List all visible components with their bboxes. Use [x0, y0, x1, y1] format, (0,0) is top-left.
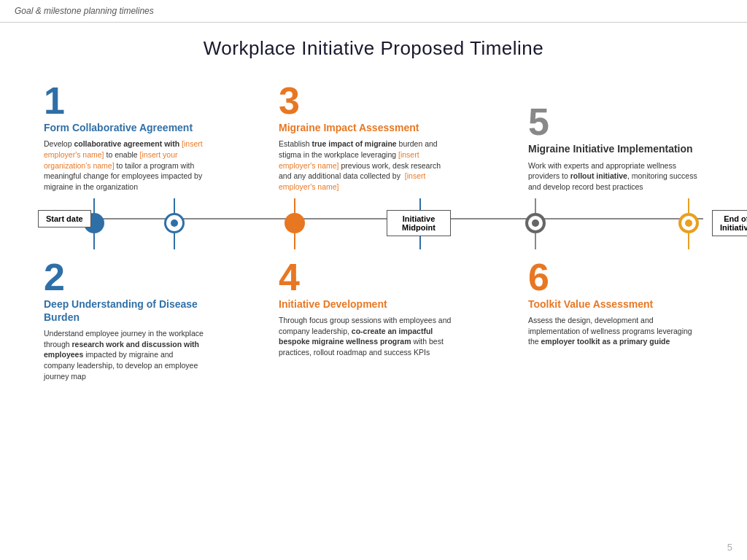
item-6-desc: Assess the design, development and imple…	[528, 315, 703, 347]
midpoint-box: Initiative Midpoint	[387, 210, 451, 236]
timeline-item-5: 5 Migraine Initiative Implementation Wor…	[528, 103, 703, 192]
page-number: 5	[727, 542, 732, 553]
end-of-initiative-box: End of Initiative	[712, 210, 747, 236]
item-1-title: Form Collaborative Agreement	[44, 121, 204, 134]
top-row: 1 Form Collaborative Agreement Develop c…	[29, 82, 718, 192]
item-5-number: 5	[528, 103, 703, 141]
item-1-number: 1	[44, 82, 204, 120]
timeline-container: 1 Form Collaborative Agreement Develop c…	[29, 82, 718, 381]
item-5-title: Migraine Initiative Implementation	[528, 142, 703, 155]
item-1-desc: Develop collaborative agreement with [in…	[44, 139, 204, 192]
timeline-axis: Start date	[44, 192, 703, 258]
item-2-title: Deep Understanding of Disease Burden	[44, 298, 204, 324]
timeline-item-4: 4 Initiative Development Through focus g…	[279, 258, 454, 358]
item-4-number: 4	[279, 258, 454, 296]
timeline-item-6: 6 Toolkit Value Assessment Assess the de…	[528, 258, 703, 347]
item-2-number: 2	[44, 258, 204, 296]
main-content: Workplace Initiative Proposed Timeline 1…	[0, 23, 747, 389]
axis-line	[44, 218, 703, 219]
timeline-item-2: 2 Deep Understanding of Disease Burden U…	[44, 258, 204, 382]
item-4-title: Initiative Development	[279, 298, 454, 311]
page-title: Workplace Initiative Proposed Timeline	[29, 37, 718, 60]
timeline-item-3: 3 Migraine Impact Assessment Establish t…	[279, 82, 454, 192]
item-3-desc: Establish true impact of migraine burden…	[279, 139, 454, 192]
node-6	[678, 198, 699, 249]
item-6-number: 6	[528, 258, 703, 296]
header-bar: Goal & milestone planning timelines	[0, 0, 747, 23]
header-subtitle: Goal & milestone planning timelines	[15, 6, 154, 16]
item-3-number: 3	[279, 82, 454, 120]
item-6-title: Toolkit Value Assessment	[528, 298, 703, 311]
item-3-title: Migraine Impact Assessment	[279, 121, 454, 134]
node-5	[525, 198, 546, 249]
bottom-row: 2 Deep Understanding of Disease Burden U…	[29, 258, 718, 382]
item-2-desc: Understand employee journey in the workp…	[44, 328, 204, 381]
start-date-box: Start date	[38, 210, 91, 228]
timeline-item-1: 1 Form Collaborative Agreement Develop c…	[44, 82, 204, 192]
node-3	[285, 198, 305, 249]
item-4-desc: Through focus group sessions with employ…	[279, 315, 454, 358]
node-2	[164, 198, 185, 249]
item-5-desc: Work with experts and appropriate wellne…	[528, 160, 703, 192]
